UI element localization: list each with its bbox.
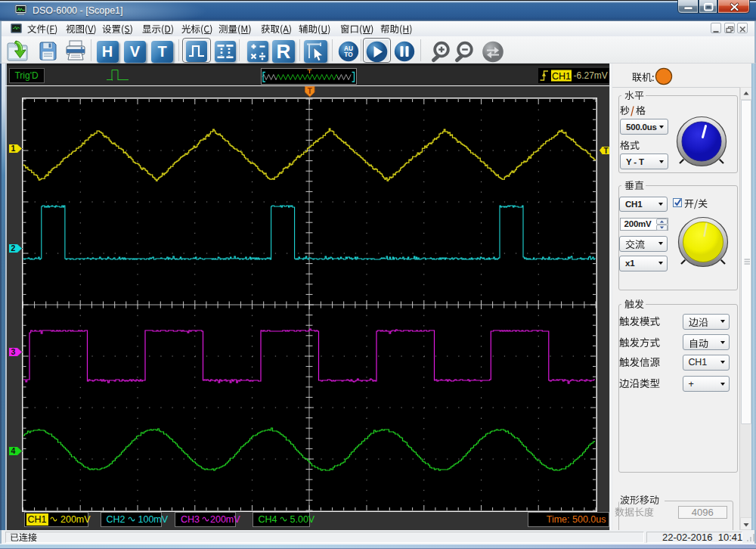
- svg-text:T: T: [603, 146, 608, 154]
- svg-text:3: 3: [11, 347, 16, 356]
- svg-text:2: 2: [11, 243, 16, 253]
- svg-text:CH1: CH1: [552, 71, 571, 82]
- svg-text:-6.27mV: -6.27mV: [574, 70, 608, 81]
- svg-text:TO: TO: [344, 51, 353, 58]
- svg-text:1: 1: [11, 144, 16, 153]
- svg-text:R: R: [277, 40, 291, 63]
- svg-text:4: 4: [11, 446, 16, 455]
- svg-text:T: T: [307, 87, 311, 95]
